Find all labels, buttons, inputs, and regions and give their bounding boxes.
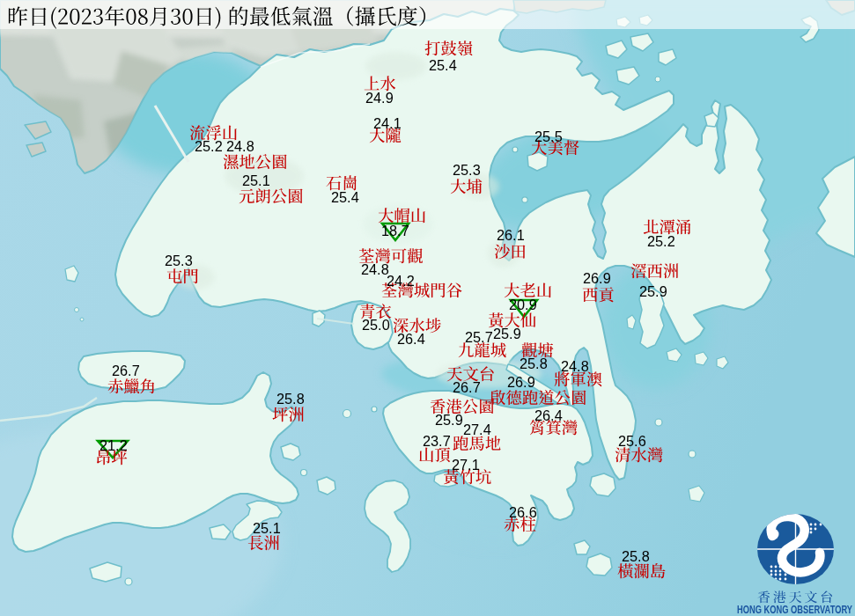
svg-text:26.9: 26.9: [583, 270, 611, 286]
svg-text:26.7: 26.7: [112, 363, 140, 378]
svg-text:25.4: 25.4: [429, 57, 457, 73]
svg-text:26.6: 26.6: [509, 504, 537, 520]
svg-text:25.0: 25.0: [362, 317, 390, 333]
svg-text:26.1: 26.1: [497, 227, 525, 243]
svg-text:25.2: 25.2: [195, 138, 223, 154]
svg-text:18.7: 18.7: [381, 223, 409, 238]
svg-text:25.8: 25.8: [276, 391, 305, 407]
svg-text:25.6: 25.6: [618, 433, 646, 449]
svg-text:24.8: 24.8: [226, 138, 254, 154]
svg-text:HONG KONG OBSERVATORY: HONG KONG OBSERVATORY: [737, 604, 852, 616]
svg-text:21.2: 21.2: [100, 437, 128, 453]
svg-text:27.1: 27.1: [452, 457, 480, 473]
svg-text:24.8: 24.8: [361, 261, 389, 277]
svg-text:26.4: 26.4: [397, 331, 425, 347]
svg-text:24.8: 24.8: [561, 358, 589, 374]
svg-text:25.4: 25.4: [331, 189, 359, 205]
svg-text:25.5: 25.5: [534, 128, 563, 144]
svg-text:25.3: 25.3: [453, 162, 481, 178]
svg-text:25.8: 25.8: [622, 548, 650, 564]
svg-text:25.2: 25.2: [647, 233, 675, 249]
svg-text:24.9: 24.9: [365, 90, 394, 106]
svg-text:25.9: 25.9: [435, 412, 463, 428]
svg-text:20.9: 20.9: [509, 297, 537, 312]
svg-text:25.1: 25.1: [242, 172, 270, 188]
svg-text:25.1: 25.1: [253, 520, 281, 536]
svg-text:26.7: 26.7: [453, 379, 481, 395]
svg-text:25.3: 25.3: [165, 253, 193, 268]
svg-text:25.9: 25.9: [493, 326, 521, 341]
svg-text:24.1: 24.1: [373, 115, 402, 131]
svg-text:26.4: 26.4: [534, 407, 563, 423]
svg-text:27.4: 27.4: [463, 422, 491, 437]
svg-text:25.8: 25.8: [520, 356, 548, 371]
svg-text:26.9: 26.9: [507, 374, 535, 390]
svg-text:25.9: 25.9: [639, 283, 667, 299]
svg-text:23.7: 23.7: [423, 433, 451, 449]
svg-text:24.2: 24.2: [387, 273, 415, 289]
svg-text:25.7: 25.7: [465, 329, 493, 345]
